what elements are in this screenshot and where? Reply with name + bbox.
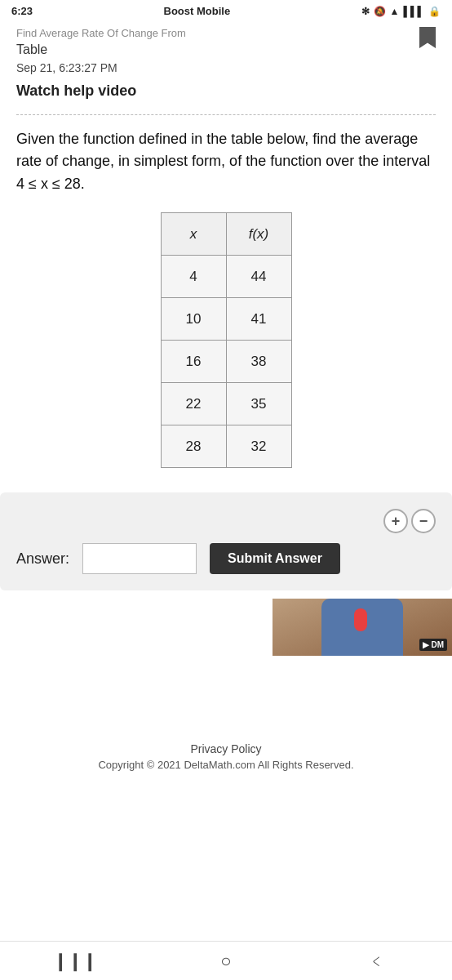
table-cell-fx: 32 xyxy=(226,425,291,468)
table-row: 2235 xyxy=(161,383,291,425)
table-row: 2832 xyxy=(161,425,291,468)
plus-minus-controls: + − xyxy=(16,509,436,533)
main-content: Given the function defined in the table … xyxy=(0,128,452,469)
table-cell-x: 22 xyxy=(161,383,226,425)
mute-icon: 🔕 xyxy=(374,6,386,17)
bluetooth-icon: ✻ xyxy=(361,6,370,17)
privacy-policy-link[interactable]: Privacy Policy xyxy=(16,742,436,755)
answer-area: + − Answer: Submit Answer xyxy=(0,492,452,590)
status-time: 6:23 xyxy=(11,5,33,17)
table-cell-fx: 35 xyxy=(226,383,291,425)
submit-button[interactable]: Submit Answer xyxy=(210,543,340,574)
table-row: 1638 xyxy=(161,341,291,383)
back-icon: ❙❙❙ xyxy=(53,951,97,972)
video-overlay-container: ✕ ▶ DM xyxy=(0,599,452,729)
battery-icon: 🔒 xyxy=(428,6,441,17)
prev-icon: ﹤ xyxy=(368,949,386,973)
video-mic xyxy=(354,608,367,631)
video-thumbnail[interactable]: ✕ ▶ DM xyxy=(273,599,452,656)
bottom-nav: ❙❙❙ ○ ﹤ xyxy=(0,941,452,980)
plus-button[interactable]: + xyxy=(383,509,408,533)
wifi-icon: ▲ xyxy=(390,6,400,17)
nav-prev-button[interactable]: ﹤ xyxy=(301,949,452,973)
table-cell-x: 4 xyxy=(161,256,226,298)
col-x-header: x xyxy=(161,213,226,256)
watch-help-link[interactable]: Watch help video xyxy=(16,82,136,100)
status-carrier: Boost Mobile xyxy=(164,5,231,17)
video-logo: ▶ DM xyxy=(419,639,447,651)
answer-label: Answer: xyxy=(16,550,69,568)
nav-back-button[interactable]: ❙❙❙ xyxy=(0,951,151,972)
col-fx-header: f(x) xyxy=(226,213,291,256)
footer: Privacy Policy Copyright © 2021 DeltaMat… xyxy=(0,729,452,777)
status-icons: ✻ 🔕 ▲ ▌▌▌ 🔒 xyxy=(361,6,441,17)
table-label: Table xyxy=(16,42,47,56)
divider xyxy=(16,114,436,115)
answer-row: Answer: Submit Answer xyxy=(16,543,436,574)
answer-input[interactable] xyxy=(82,543,197,574)
problem-text: Given the function defined in the table … xyxy=(16,128,436,197)
status-bar: 6:23 Boost Mobile ✻ 🔕 ▲ ▌▌▌ 🔒 xyxy=(0,0,452,20)
copyright-text: Copyright © 2021 DeltaMath.com All Right… xyxy=(16,759,436,771)
table-cell-x: 10 xyxy=(161,298,226,341)
header-title: Find Average Rate Of Change From Table xyxy=(16,24,411,60)
table-cell-fx: 41 xyxy=(226,298,291,341)
table-row: 1041 xyxy=(161,298,291,341)
bookmark-icon xyxy=(419,27,436,48)
minus-button[interactable]: − xyxy=(411,509,436,533)
table-cell-x: 16 xyxy=(161,341,226,383)
header-area: Find Average Rate Of Change From Table S… xyxy=(0,20,452,115)
table-cell-fx: 44 xyxy=(226,256,291,298)
table-cell-x: 28 xyxy=(161,425,226,468)
signal-icon: ▌▌▌ xyxy=(403,6,424,17)
home-icon: ○ xyxy=(220,951,231,972)
table-container: x f(x) 4441041163822352832 xyxy=(16,212,436,468)
nav-home-button[interactable]: ○ xyxy=(151,951,302,972)
table-cell-fx: 38 xyxy=(226,341,291,383)
math-table: x f(x) 4441041163822352832 xyxy=(161,212,292,468)
header-date: Sep 21, 6:23:27 PM xyxy=(16,61,436,74)
table-row: 444 xyxy=(161,256,291,298)
